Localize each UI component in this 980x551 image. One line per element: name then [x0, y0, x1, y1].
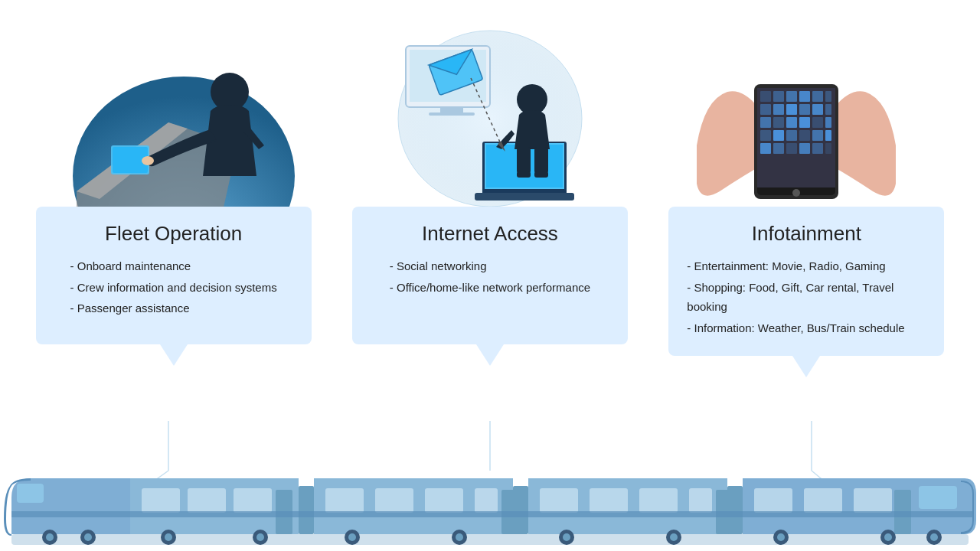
svg-point-62 [792, 189, 800, 197]
internet-access-card: Internet Access - Social networking - Of… [352, 207, 628, 344]
svg-rect-42 [812, 104, 823, 115]
infotainment-illustration [674, 15, 919, 214]
internet-item-2: - Office/home-like network performance [390, 278, 590, 298]
svg-point-108 [456, 533, 463, 541]
svg-point-6 [211, 73, 249, 111]
svg-rect-55 [825, 130, 831, 141]
svg-rect-50 [760, 130, 771, 141]
svg-rect-56 [760, 143, 771, 154]
svg-rect-36 [812, 91, 823, 102]
svg-rect-95 [919, 486, 957, 509]
svg-point-7 [142, 156, 154, 165]
fleet-operation-title: Fleet Operation [54, 222, 293, 246]
svg-rect-59 [799, 143, 810, 154]
infotainment-title: Infotainment [687, 222, 926, 246]
svg-rect-37 [825, 91, 831, 102]
svg-point-110 [563, 533, 570, 541]
cards-row: Fleet Operation - Onboard maintenance - … [0, 207, 980, 356]
infotainment-item-2: - Shopping: Food, Gift, Car rental, Trav… [687, 278, 926, 317]
svg-rect-25 [517, 171, 531, 178]
svg-rect-61 [825, 143, 831, 154]
internet-illustration [368, 15, 612, 214]
svg-rect-35 [799, 91, 810, 102]
internet-access-body: - Social networking - Office/home-like n… [390, 256, 590, 297]
svg-rect-80 [475, 488, 498, 513]
svg-rect-18 [517, 147, 531, 174]
svg-rect-69 [17, 484, 44, 503]
svg-rect-78 [375, 488, 413, 513]
svg-rect-85 [590, 488, 628, 513]
svg-point-118 [930, 533, 938, 541]
main-container: Fleet Operation - Onboard maintenance - … [0, 0, 980, 551]
svg-rect-34 [786, 91, 797, 102]
svg-rect-51 [773, 130, 784, 141]
svg-rect-75 [299, 486, 314, 534]
fleet-item-2: - Crew information and decision systems [70, 278, 277, 298]
infotainment-card: Infotainment - Entertainment: Movie, Rad… [668, 207, 944, 356]
infotainment-item-3: - Information: Weather, Bus/Train schedu… [687, 318, 926, 338]
svg-rect-93 [854, 488, 892, 513]
infotainment-item-1: - Entertainment: Movie, Radio, Gaming [687, 256, 926, 276]
svg-rect-41 [799, 104, 810, 115]
fleet-operation-body: - Onboard maintenance - Crew information… [70, 256, 277, 318]
svg-point-112 [670, 533, 678, 541]
svg-rect-72 [188, 488, 226, 513]
svg-point-17 [517, 84, 547, 115]
svg-rect-89 [727, 486, 743, 534]
svg-rect-58 [786, 143, 797, 154]
svg-rect-39 [773, 104, 784, 115]
svg-point-104 [256, 533, 264, 541]
svg-point-100 [84, 533, 92, 541]
svg-rect-96 [11, 511, 972, 517]
svg-rect-54 [812, 130, 823, 141]
svg-rect-77 [325, 488, 364, 513]
svg-point-98 [46, 533, 54, 541]
svg-point-102 [165, 533, 172, 541]
svg-point-106 [348, 533, 356, 541]
svg-point-116 [884, 533, 892, 541]
svg-rect-38 [760, 104, 771, 115]
svg-point-114 [777, 533, 785, 541]
svg-rect-45 [773, 117, 784, 128]
svg-rect-57 [773, 143, 784, 154]
svg-rect-43 [825, 104, 831, 115]
illustrations-row [0, 0, 980, 214]
svg-rect-87 [689, 488, 712, 513]
svg-rect-49 [825, 117, 831, 128]
internet-access-title: Internet Access [371, 222, 609, 246]
svg-rect-12 [429, 112, 475, 116]
svg-rect-79 [425, 488, 463, 513]
svg-rect-48 [812, 117, 823, 128]
svg-rect-68 [11, 534, 969, 545]
svg-rect-33 [773, 91, 784, 102]
svg-rect-40 [786, 104, 797, 115]
svg-rect-71 [142, 488, 180, 513]
svg-rect-53 [799, 130, 810, 141]
svg-rect-47 [799, 117, 810, 128]
fleet-operation-card: Fleet Operation - Onboard maintenance - … [36, 207, 312, 344]
fleet-item-1: - Onboard maintenance [70, 256, 277, 276]
svg-rect-52 [786, 130, 797, 141]
svg-rect-84 [540, 488, 578, 513]
svg-rect-86 [639, 488, 678, 513]
svg-rect-73 [234, 488, 272, 513]
svg-rect-92 [804, 488, 842, 513]
svg-rect-26 [534, 171, 548, 178]
svg-rect-60 [812, 143, 823, 154]
svg-rect-32 [760, 91, 771, 102]
internet-item-1: - Social networking [390, 256, 590, 276]
svg-rect-16 [475, 193, 574, 201]
svg-rect-82 [513, 486, 528, 534]
svg-rect-91 [754, 488, 792, 513]
fleet-item-3: - Passenger assistance [70, 298, 277, 318]
svg-rect-46 [786, 117, 797, 128]
svg-rect-19 [534, 147, 548, 174]
train-section [0, 421, 980, 551]
infotainment-body: - Entertainment: Movie, Radio, Gaming - … [687, 256, 926, 337]
svg-rect-44 [760, 117, 771, 128]
svg-rect-11 [440, 107, 463, 113]
fleet-illustration [61, 15, 306, 214]
